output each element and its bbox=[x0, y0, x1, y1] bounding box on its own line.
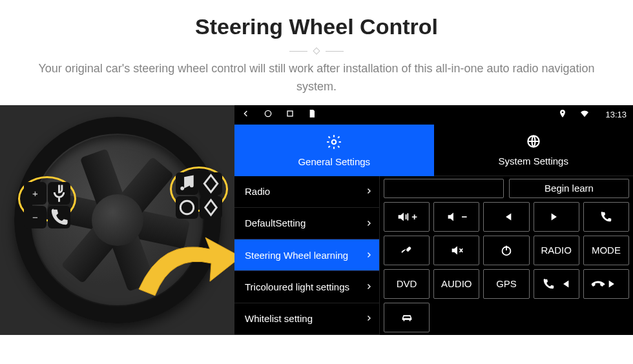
phone-icon bbox=[541, 277, 555, 291]
sidebar-item-tricolour[interactable]: Tricoloured light settings bbox=[234, 271, 380, 303]
swc-mode-button[interactable]: MODE bbox=[583, 236, 629, 265]
swc-hangup-button[interactable] bbox=[384, 236, 430, 265]
wheel-diamond-open-icon bbox=[200, 196, 222, 219]
sidebar-item-steering[interactable]: Steering Wheel learning bbox=[234, 239, 380, 271]
globe-gear-icon bbox=[525, 133, 542, 152]
next-track-icon bbox=[607, 277, 621, 291]
tab-system-label: System Settings bbox=[499, 156, 568, 167]
page-title: Steering Wheel Control bbox=[0, 14, 633, 39]
sidebar-item-label: Tricoloured light settings bbox=[245, 281, 349, 292]
settings-side-menu: Radio DefaultSetting Steering Wheel lear… bbox=[234, 176, 380, 335]
chevron-right-icon bbox=[365, 250, 373, 261]
wheel-plus-icon: + bbox=[24, 182, 47, 205]
wheel-circle-icon bbox=[176, 196, 198, 219]
sidebar-item-label: Steering Wheel learning bbox=[245, 250, 348, 261]
headunit-screen: 13:13 General Settings bbox=[234, 105, 633, 335]
gps-icon bbox=[557, 108, 568, 121]
begin-learn-button[interactable]: Begin learn bbox=[509, 179, 629, 198]
clock: 13:13 bbox=[605, 110, 627, 119]
sdcard-icon bbox=[307, 108, 317, 121]
swc-audio-button[interactable]: AUDIO bbox=[433, 269, 479, 299]
sidebar-item-label: DefaultSetting bbox=[245, 217, 306, 228]
swc-vol-up-button[interactable]: + bbox=[384, 202, 430, 232]
circle-icon[interactable] bbox=[263, 108, 273, 121]
swc-phone-next-button[interactable] bbox=[583, 269, 629, 299]
wheel-diamond-icon bbox=[200, 172, 222, 195]
chevron-right-icon bbox=[365, 281, 373, 292]
svg-point-0 bbox=[180, 201, 193, 214]
back-icon[interactable] bbox=[241, 108, 251, 121]
swc-car-button[interactable] bbox=[384, 303, 430, 332]
wheel-right-cluster bbox=[170, 167, 228, 212]
svg-rect-2 bbox=[287, 111, 293, 116]
sidebar-item-default[interactable]: DefaultSetting bbox=[234, 208, 380, 239]
learn-display bbox=[384, 179, 504, 198]
wifi-icon bbox=[579, 108, 590, 121]
car-icon bbox=[400, 310, 414, 325]
sidebar-item-label: Whitelist setting bbox=[245, 313, 313, 324]
wheel-minus-icon: − bbox=[24, 206, 47, 228]
power-icon bbox=[499, 243, 514, 258]
tab-general-settings[interactable]: General Settings bbox=[234, 125, 434, 176]
sidebar-item-whitelist[interactable]: Whitelist setting bbox=[234, 303, 380, 335]
volume-up-icon bbox=[396, 210, 410, 224]
wheel-phone-icon bbox=[48, 206, 70, 228]
swc-vol-down-button[interactable]: − bbox=[433, 202, 479, 232]
swc-power-button[interactable] bbox=[483, 236, 529, 265]
swc-prev-button[interactable] bbox=[483, 202, 529, 232]
hangup-icon bbox=[400, 243, 414, 258]
swc-next-button[interactable] bbox=[534, 202, 579, 232]
prev-track-icon bbox=[499, 210, 514, 224]
chevron-right-icon bbox=[365, 186, 373, 197]
sidebar-item-label: Radio bbox=[245, 186, 270, 197]
sidebar-item-radio[interactable]: Radio bbox=[234, 176, 380, 208]
phone-icon bbox=[599, 210, 613, 224]
title-separator bbox=[0, 48, 633, 54]
svg-point-3 bbox=[332, 140, 337, 145]
gear-icon bbox=[326, 134, 342, 152]
tab-general-label: General Settings bbox=[298, 156, 370, 167]
square-icon[interactable] bbox=[285, 108, 295, 121]
svg-point-1 bbox=[265, 111, 271, 117]
page-description: Your original car's steering wheel contr… bbox=[36, 60, 597, 96]
swc-gps-button[interactable]: GPS bbox=[483, 269, 529, 299]
wheel-voice-icon bbox=[48, 182, 70, 205]
chevron-right-icon bbox=[365, 313, 373, 324]
prev-track-icon bbox=[557, 277, 571, 291]
hangup-icon bbox=[591, 277, 605, 291]
swc-dvd-button[interactable]: DVD bbox=[384, 269, 430, 299]
swc-phone-prev-button[interactable] bbox=[534, 269, 579, 299]
wheel-left-cluster: + − bbox=[18, 176, 76, 221]
swc-radio-button[interactable]: RADIO bbox=[534, 236, 579, 265]
tab-system-settings[interactable]: System Settings bbox=[434, 125, 634, 176]
swc-phone-button[interactable] bbox=[583, 202, 629, 232]
mute-icon bbox=[450, 243, 464, 258]
wheel-music-icon bbox=[176, 172, 198, 195]
chevron-right-icon bbox=[365, 218, 373, 229]
status-bar: 13:13 bbox=[234, 105, 633, 125]
swc-mute-button[interactable] bbox=[433, 236, 479, 265]
next-track-icon bbox=[549, 210, 563, 224]
steering-wheel-photo: + − bbox=[0, 105, 234, 335]
volume-down-icon bbox=[446, 210, 460, 224]
